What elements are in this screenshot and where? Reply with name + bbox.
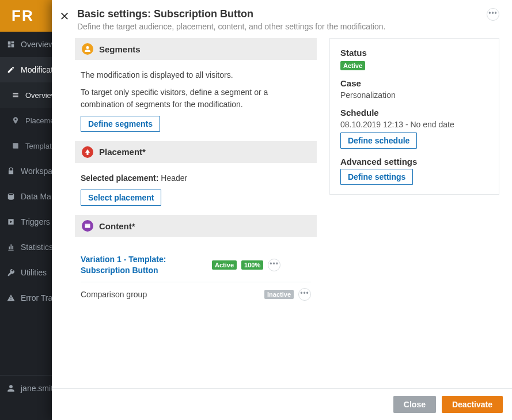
content-heading-text: Content*: [99, 221, 135, 231]
select-placement-button[interactable]: Select placement: [81, 190, 161, 206]
nav-user-label: jane.smith: [21, 384, 52, 393]
deactivate-button[interactable]: Deactivate: [442, 396, 503, 413]
modal-header: Basic settings: Subscription Button Defi…: [52, 0, 512, 38]
close-icon[interactable]: [58, 9, 71, 23]
status-badge: Active: [340, 61, 365, 70]
define-settings-button[interactable]: Define settings: [340, 169, 413, 185]
nav-user[interactable]: jane.smith: [0, 375, 52, 400]
advanced-block: Advanced settings Define settings: [340, 157, 488, 185]
nav-sub-placements-label: Placements: [25, 116, 52, 125]
nav-error[interactable]: Error Tracking: [0, 285, 52, 311]
nav-triggers[interactable]: Triggers: [0, 209, 52, 234]
book-icon: [12, 142, 20, 150]
segments-header: Segments: [75, 38, 317, 60]
wrench-icon: [7, 268, 15, 277]
modal-title: Basic settings: Subscription Button: [77, 8, 385, 20]
selected-placement-value: Header: [161, 173, 187, 183]
close-button[interactable]: Close: [393, 396, 436, 413]
segments-line1: The modification is displayed to all vis…: [81, 69, 311, 81]
variation-row: Variation 1 - Template: Subscription But…: [81, 248, 311, 282]
nav-overview-label: Overview: [21, 40, 52, 49]
nav-utilities[interactable]: Utilities: [0, 260, 52, 285]
nav-sub-templates-label: Templates: [25, 142, 52, 150]
modal-body: Segments The modification is displayed t…: [52, 38, 512, 388]
nav-sub-templates[interactable]: Templates: [0, 133, 52, 158]
main-column: Segments The modification is displayed t…: [75, 38, 317, 379]
nav-statistics-label: Statistics: [21, 243, 52, 252]
variation-link[interactable]: Variation 1 - Template: Subscription But…: [81, 254, 207, 276]
case-value: Personalization: [340, 90, 488, 100]
pin-icon: [12, 116, 20, 124]
list-icon: [12, 91, 20, 99]
nav-overview[interactable]: Overview: [0, 32, 52, 57]
nav-workspaces-label: Workspaces: [21, 167, 52, 176]
advanced-label: Advanced settings: [340, 157, 488, 167]
side-nav: Overview Modifications Overview Placemen…: [0, 32, 52, 420]
case-label: Case: [340, 78, 488, 88]
modal-subtitle: Define the target audience, placement, c…: [77, 22, 385, 31]
case-block: Case Personalization: [340, 78, 488, 100]
comparison-label: Comparison group: [81, 290, 260, 299]
nav-sub-placements[interactable]: Placements: [0, 108, 52, 133]
placement-section: Placement* Selected placement: Header Se…: [75, 141, 317, 207]
brand-text: FR: [12, 7, 34, 25]
nav-modifications[interactable]: Modifications: [0, 57, 52, 82]
schedule-label: Schedule: [340, 108, 488, 118]
variation-active-badge: Active: [212, 260, 237, 270]
warning-icon: [7, 294, 15, 302]
nav-workspaces[interactable]: Workspaces: [0, 158, 52, 184]
nav-modifications-label: Modifications: [21, 65, 52, 74]
selected-placement-label: Selected placement:: [81, 173, 158, 183]
comparison-row: Comparison group Inactive •••: [81, 282, 311, 307]
schedule-block: Schedule 08.10.2019 12:13 - No end date …: [340, 108, 488, 149]
comparison-menu[interactable]: •••: [298, 288, 311, 301]
segments-body: The modification is displayed to all vis…: [75, 60, 317, 133]
comparison-inactive-badge: Inactive: [264, 290, 294, 299]
variation-pct-badge: 100%: [241, 260, 263, 270]
play-icon: [7, 218, 15, 226]
placement-body: Selected placement: Header Select placem…: [75, 163, 317, 207]
segments-icon: [82, 43, 93, 55]
modal-actions-menu[interactable]: •••: [487, 8, 499, 21]
segments-section: Segments The modification is displayed t…: [75, 38, 317, 133]
segments-heading-text: Segments: [99, 44, 141, 54]
placement-icon: [82, 146, 93, 158]
nav-data-label: Data Management: [21, 192, 52, 201]
nav-utilities-label: Utilities: [21, 268, 47, 277]
define-segments-button[interactable]: Define segments: [81, 116, 160, 132]
content-icon: [82, 220, 93, 232]
modal-footer: Close Deactivate: [52, 388, 512, 420]
status-block: Status Active: [340, 48, 488, 70]
modal-title-block: Basic settings: Subscription Button Defi…: [77, 8, 385, 31]
nav-sub-overview[interactable]: Overview: [0, 82, 52, 108]
content-body: Variation 1 - Template: Subscription But…: [75, 237, 317, 308]
dashboard-icon: [7, 40, 15, 48]
settings-modal: Basic settings: Subscription Button Defi…: [52, 0, 512, 420]
nav-statistics[interactable]: Statistics: [0, 234, 52, 260]
status-label: Status: [340, 48, 488, 58]
side-column: Status Active Case Personalization Sched…: [329, 38, 499, 379]
nav-triggers-label: Triggers: [21, 217, 50, 226]
nav-error-label: Error Tracking: [21, 293, 52, 302]
lock-icon: [7, 167, 15, 175]
database-icon: [7, 192, 15, 200]
nav-sub-overview-label: Overview: [25, 91, 52, 100]
chart-icon: [7, 243, 15, 251]
content-header: Content*: [75, 215, 317, 237]
schedule-value: 08.10.2019 12:13 - No end date: [340, 120, 488, 129]
placement-heading-text: Placement*: [99, 147, 146, 157]
content-section: Content* Variation 1 - Template: Subscri…: [75, 215, 317, 308]
segments-line2: To target only specific visitors, define…: [81, 86, 311, 110]
user-icon: [7, 384, 15, 392]
define-schedule-button[interactable]: Define schedule: [340, 133, 417, 149]
nav-data[interactable]: Data Management: [0, 184, 52, 209]
edit-icon: [7, 66, 15, 74]
placement-header: Placement*: [75, 141, 317, 163]
side-panel: Status Active Case Personalization Sched…: [329, 38, 499, 195]
variation-menu[interactable]: •••: [268, 259, 280, 271]
nav-blank: [0, 400, 52, 420]
